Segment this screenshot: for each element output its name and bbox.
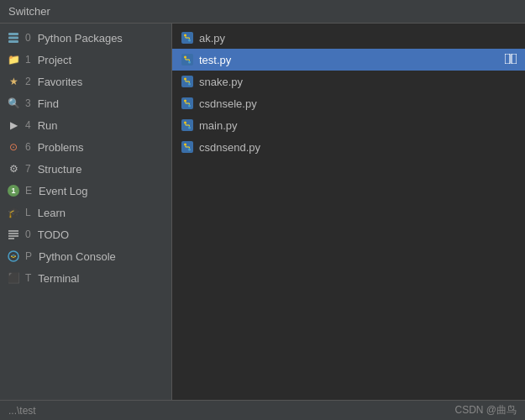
problems-icon: ⊙ xyxy=(7,140,20,154)
shortcut-todo-0: 0 xyxy=(25,228,31,240)
svg-point-7 xyxy=(8,251,18,261)
svg-point-27 xyxy=(188,149,191,151)
py-file-icon-csdnsele xyxy=(181,97,194,110)
sidebar-label-find: Find xyxy=(38,97,59,110)
svg-point-10 xyxy=(188,39,191,42)
svg-rect-1 xyxy=(8,37,18,39)
svg-point-9 xyxy=(184,34,186,37)
sidebar-label-python-console: Python Console xyxy=(39,250,116,263)
svg-point-17 xyxy=(184,78,186,81)
file-name-csdnsend: csdnsend.py xyxy=(199,141,260,154)
sidebar-item-problems[interactable]: ⊙ 6 Problems xyxy=(0,136,171,158)
file-item-csdnsele[interactable]: csdnsele.py xyxy=(172,92,525,114)
status-path: ...\test xyxy=(8,405,36,417)
shortcut-2: 2 xyxy=(25,76,31,87)
shortcut-3: 3 xyxy=(25,97,31,109)
sidebar-label-event-log: Event Log xyxy=(39,185,88,197)
py-file-icon-csdnsend xyxy=(181,140,194,154)
status-bar: ...\test CSDN @曲鸟 xyxy=(0,400,525,420)
sidebar-label-project: Project xyxy=(38,54,71,66)
py-file-icon-selected xyxy=(181,53,194,66)
event-log-badge: 1 xyxy=(8,185,19,197)
file-item-test[interactable]: test.py xyxy=(172,49,525,71)
title-bar: Switcher xyxy=(0,0,525,24)
shortcut-T: T xyxy=(25,272,31,284)
sidebar-item-terminal[interactable]: ⬛ T Terminal xyxy=(0,267,171,289)
sidebar-item-python-packages[interactable]: 0 Python Packages xyxy=(0,27,171,49)
svg-rect-15 xyxy=(512,54,517,64)
svg-rect-2 xyxy=(8,40,18,43)
svg-point-12 xyxy=(184,56,186,59)
title: Switcher xyxy=(8,5,50,18)
svg-point-26 xyxy=(184,144,186,146)
svg-rect-14 xyxy=(505,54,510,64)
shortcut-0: 0 xyxy=(25,32,31,44)
file-list: ak.py test.py xyxy=(172,24,525,400)
sidebar-item-project[interactable]: 📁 1 Project xyxy=(0,49,171,71)
py-file-icon-main xyxy=(181,118,194,132)
file-name-test: test.py xyxy=(199,54,231,66)
svg-point-13 xyxy=(188,61,191,64)
file-name-snake: snake.py xyxy=(199,76,243,88)
run-icon: ▶ xyxy=(7,118,20,132)
eventlog-icon: 1 xyxy=(7,184,20,197)
sidebar-label-learn: Learn xyxy=(38,207,66,219)
svg-point-18 xyxy=(188,83,191,86)
file-name-main: main.py xyxy=(199,119,238,132)
sidebar-item-python-console[interactable]: P Python Console xyxy=(0,245,171,267)
shortcut-7: 7 xyxy=(25,163,31,175)
sidebar-label-run: Run xyxy=(38,119,58,132)
shortcut-6: 6 xyxy=(25,141,31,153)
sidebar: 0 Python Packages 📁 1 Project ★ 2 Favori… xyxy=(0,24,172,400)
sidebar-item-find[interactable]: 🔍 3 Find xyxy=(0,92,171,114)
file-item-snake[interactable]: snake.py xyxy=(172,71,525,92)
sidebar-item-event-log[interactable]: 1 E Event Log xyxy=(0,180,171,202)
file-name-ak: ak.py xyxy=(199,32,225,45)
shortcut-P: P xyxy=(25,250,32,262)
sidebar-label-favorites: Favorites xyxy=(38,76,82,88)
shortcut-4: 4 xyxy=(25,119,31,131)
shortcut-1: 1 xyxy=(25,54,31,66)
py-file-icon xyxy=(181,31,194,45)
sidebar-label-todo: TODO xyxy=(38,228,69,241)
shortcut-L: L xyxy=(25,207,31,218)
file-name-csdnsele: csdnsele.py xyxy=(199,97,257,110)
sidebar-label-structure: Structure xyxy=(38,163,82,176)
file-item-csdnsend[interactable]: csdnsend.py xyxy=(172,136,525,158)
sidebar-item-run[interactable]: ▶ 4 Run xyxy=(0,114,171,136)
sidebar-label-terminal: Terminal xyxy=(38,272,79,285)
file-item-ak[interactable]: ak.py xyxy=(172,27,525,49)
status-credit: CSDN @曲鸟 xyxy=(454,403,517,417)
search-icon: 🔍 xyxy=(7,97,20,110)
sidebar-item-favorites[interactable]: ★ 2 Favorites xyxy=(0,71,171,92)
folder-icon: 📁 xyxy=(7,53,20,66)
todo-icon xyxy=(7,228,20,241)
console-icon xyxy=(7,249,20,263)
shortcut-E: E xyxy=(25,185,32,197)
sidebar-item-learn[interactable]: 🎓 L Learn xyxy=(0,202,171,223)
svg-point-24 xyxy=(188,127,191,129)
terminal-icon: ⬛ xyxy=(7,271,20,285)
svg-point-23 xyxy=(184,122,186,124)
py-file-icon-snake xyxy=(181,75,194,88)
sidebar-item-structure[interactable]: ⚙ 7 Structure xyxy=(0,158,171,180)
file-item-main[interactable]: main.py xyxy=(172,114,525,136)
split-view-icon[interactable] xyxy=(505,54,517,66)
sidebar-label-problems: Problems xyxy=(38,141,84,154)
layers-icon xyxy=(7,31,20,45)
sidebar-item-todo[interactable]: 0 TODO xyxy=(0,223,171,245)
learn-icon: 🎓 xyxy=(7,206,20,219)
svg-rect-0 xyxy=(8,33,18,35)
svg-point-21 xyxy=(188,105,191,108)
sidebar-label-python-packages: Python Packages xyxy=(38,32,123,45)
main-content: 0 Python Packages 📁 1 Project ★ 2 Favori… xyxy=(0,24,525,400)
svg-point-20 xyxy=(184,100,186,102)
star-icon: ★ xyxy=(7,75,20,88)
structure-icon: ⚙ xyxy=(7,162,20,176)
